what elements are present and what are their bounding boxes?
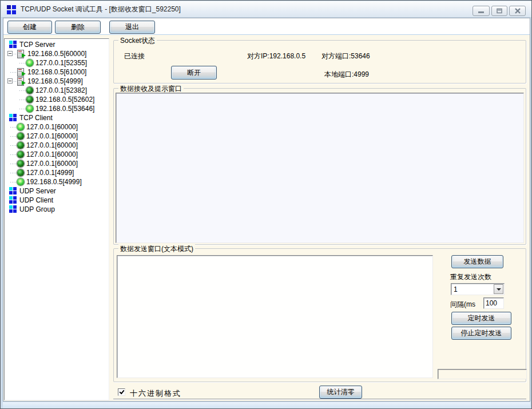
receive-group: 数据接收及提示窗口 (113, 88, 526, 245)
title-bar: TCP/UDP Socket 调试工具 - [数据收发窗口_592250] (1, 1, 532, 18)
disconnect-button[interactable]: 断开 (171, 66, 217, 80)
collapse-minus-icon[interactable] (7, 78, 13, 84)
server-socket-icon (17, 50, 25, 58)
close-icon (514, 8, 521, 14)
tree-item-label: 127.0.0.1[60000] (26, 132, 78, 140)
receive-textarea[interactable] (116, 93, 524, 243)
socket-status-group-label: Socket状态 (118, 36, 157, 46)
send-data-button[interactable]: 发送数据 (451, 255, 503, 268)
tree-item[interactable]: TCP Server (5, 40, 109, 49)
statistics-box (438, 369, 527, 379)
tree-item-label: 127.0.0.1[60000] (26, 141, 78, 149)
clear-statistics-button[interactable]: 统计清零 (319, 386, 362, 399)
send-group-label: 数据发送窗口(文本模式) (118, 244, 195, 254)
tree-item-label: UDP Group (19, 205, 55, 213)
connection-icon (17, 124, 24, 130)
restore-button[interactable] (491, 6, 507, 16)
connection-state-text: 已连接 (124, 51, 145, 61)
connection-icon (26, 105, 33, 112)
tree-item[interactable]: 127.0.0.1[60000] (5, 122, 109, 132)
window-title: TCP/UDP Socket 调试工具 - [数据收发窗口_592250] (21, 1, 181, 18)
repeat-count-label: 重复发送次数 (450, 272, 491, 282)
hex-format-checkbox[interactable] (118, 388, 125, 396)
tree-item[interactable]: UDP Server (5, 186, 109, 196)
app-icon (7, 5, 16, 14)
tree-item-label: 127.0.0.1[52382] (35, 86, 87, 94)
combobox-dropdown-button[interactable] (494, 284, 503, 294)
hex-format-label: 十六进制格式 (130, 388, 181, 399)
tree-item-label: 192.168.0.5[60000] (27, 50, 86, 58)
local-port-text: 本地端口:4999 (324, 70, 369, 80)
status-bar (3, 402, 530, 409)
tree-item[interactable]: 192.168.0.5[60000] (5, 49, 109, 58)
tree-item-label: UDP Server (19, 187, 56, 195)
close-button[interactable] (509, 6, 526, 16)
tree-item-label: 192.168.0.5[52602] (35, 96, 94, 104)
repeat-count-combobox[interactable]: 1 (451, 283, 505, 295)
tree-item[interactable]: 192.168.0.5[4999] (5, 77, 109, 86)
app-window: TCP/UDP Socket 调试工具 - [数据收发窗口_592250] 创建… (0, 0, 532, 409)
tree-item[interactable]: 127.0.0.1[52382] (5, 86, 109, 95)
tree-item-label: 127.0.0.1[4999] (26, 169, 74, 177)
collapse-minus-icon[interactable] (7, 51, 13, 56)
tree-item-label: TCP Client (19, 114, 53, 122)
delete-button[interactable]: 删除 (55, 21, 101, 34)
category-squares-icon (9, 196, 17, 204)
tree-item[interactable]: 127.0.0.1[60000] (5, 141, 109, 150)
divider (113, 399, 526, 400)
server-socket-icon (17, 68, 25, 77)
connection-icon (17, 169, 24, 176)
interval-input[interactable] (483, 297, 504, 309)
tree-item-label: 127.0.0.1[60000] (26, 150, 78, 158)
connection-icon (26, 87, 33, 94)
tree-item[interactable]: UDP Group (5, 205, 109, 214)
category-squares-icon (9, 205, 17, 213)
minimize-icon (477, 8, 485, 14)
category-squares-icon (9, 114, 17, 122)
tree-item-label: 127.0.0.1[60000] (26, 160, 78, 168)
stop-timed-send-button[interactable]: 停止定时发送 (451, 327, 511, 340)
tree-item-label: 192.168.0.5[53646] (35, 105, 94, 113)
peer-port-text: 对方端口:53646 (321, 51, 370, 61)
tree-item-label: 192.168.0.5[4999] (26, 178, 82, 186)
tree-item-label: 192.168.0.5[61000] (27, 68, 86, 76)
send-group: 数据发送窗口(文本模式) 发送数据 重复发送次数 1 间隔(ms 定时发送 停止… (113, 248, 526, 382)
tree-item-label: TCP Server (19, 41, 55, 49)
tree-item[interactable]: 127.0.0.1[4999] (5, 168, 109, 177)
tree-item[interactable]: 127.0.0.1[60000] (5, 159, 109, 168)
minimize-button[interactable] (473, 6, 490, 16)
connection-icon (17, 133, 24, 140)
tree-item[interactable]: 127.0.0.1[52355] (5, 58, 109, 67)
connection-icon (17, 160, 24, 167)
connection-icon (17, 151, 24, 158)
tree-item[interactable]: 127.0.0.1[60000] (5, 150, 109, 159)
server-socket-icon (17, 77, 25, 86)
tree-item[interactable]: 127.0.0.1[60000] (5, 132, 109, 141)
tree-item-label: UDP Client (19, 196, 53, 204)
tree-item[interactable]: UDP Client (5, 196, 109, 205)
repeat-count-value: 1 (454, 285, 458, 293)
connection-icon (17, 178, 24, 185)
connection-icon (17, 142, 24, 149)
timed-send-button[interactable]: 定时发送 (451, 312, 511, 325)
tree-item[interactable]: 192.168.0.5[61000] (5, 67, 109, 77)
peer-ip-text: 对方IP:192.168.0.5 (247, 51, 305, 61)
tree-item[interactable]: TCP Client (5, 113, 109, 122)
interval-label: 间隔(ms (450, 300, 475, 309)
category-squares-icon (9, 41, 17, 49)
connection-icon (26, 59, 33, 66)
category-squares-icon (9, 187, 17, 195)
tree-item[interactable]: 192.168.0.5[52602] (5, 95, 109, 104)
connection-tree[interactable]: TCP Server192.168.0.5[60000]127.0.0.1[52… (4, 38, 109, 400)
tree-item[interactable]: 192.168.0.5[4999] (5, 177, 109, 186)
tree-item-label: 192.168.0.5[4999] (27, 77, 83, 85)
exit-button[interactable]: 退出 (109, 21, 155, 34)
send-textarea[interactable] (117, 255, 433, 378)
tree-item[interactable]: 192.168.0.5[53646] (5, 104, 109, 113)
socket-status-group: Socket状态 已连接 对方IP:192.168.0.5 对方端口:53646… (113, 40, 526, 84)
tree-item-label: 127.0.0.1[52355] (35, 59, 87, 67)
restore-icon (495, 7, 503, 14)
tree-item-label: 127.0.0.1[60000] (26, 123, 78, 131)
connection-icon (26, 96, 33, 103)
create-button[interactable]: 创建 (7, 21, 52, 34)
